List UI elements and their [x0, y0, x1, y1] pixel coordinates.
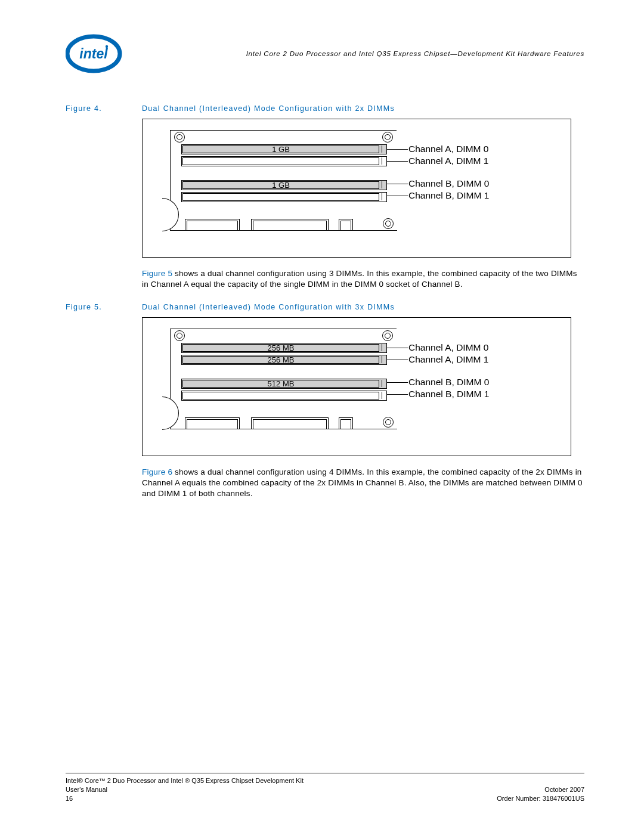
- connector: [339, 219, 353, 231]
- slot-label-b0: Channel B, DIMM 0: [408, 178, 489, 190]
- dimm-slot-a0: 1 GB: [181, 144, 387, 154]
- board-cutout: [162, 397, 179, 430]
- connector: [185, 219, 240, 231]
- dimm-slot-b0: 512 MB: [181, 379, 387, 389]
- slot-label-a1: Channel A, DIMM 1: [408, 155, 488, 167]
- dimm-slot-a1: [181, 156, 387, 166]
- leader-line: [386, 348, 408, 348]
- footer-left-1: User's Manual: [66, 785, 107, 794]
- figure4-diagram: 1 GB 1 GB: [142, 119, 584, 258]
- page-footer: Intel® Core™ 2 Duo Processor and Intel ®…: [66, 773, 584, 803]
- screw-icon: [382, 132, 393, 143]
- screw-icon: [174, 330, 185, 341]
- figure5-label: Figure 5.: [66, 303, 142, 311]
- intel-logo: intel: [66, 33, 122, 75]
- dimm-slot-b1: [181, 192, 387, 202]
- figure5-diagram: 256 MB 256 MB 512 MB: [142, 317, 584, 456]
- leader-line: [386, 149, 408, 150]
- figure4-caption: Figure 4. Dual Channel (Interleaved) Mod…: [66, 104, 584, 113]
- page-header: intel Intel Core 2 Duo Processor and Int…: [66, 33, 584, 75]
- screw-icon: [174, 132, 185, 143]
- leader-line: [386, 394, 408, 395]
- connector: [251, 417, 329, 429]
- slot-label-b0: Channel B, DIMM 0: [408, 376, 489, 388]
- svg-point-2: [106, 45, 108, 48]
- dimm-slot-a0: 256 MB: [181, 343, 387, 353]
- dimm-slot-a1: 256 MB: [181, 355, 387, 365]
- page-number: 16: [66, 794, 73, 803]
- leader-line: [386, 196, 408, 196]
- connector: [251, 219, 329, 231]
- screw-icon: [383, 218, 394, 229]
- figure-reference: Figure 5: [142, 269, 172, 278]
- leader-line: [386, 360, 408, 360]
- connector: [185, 417, 240, 429]
- figure5-caption: Figure 5. Dual Channel (Interleaved) Mod…: [66, 303, 584, 311]
- slot-label-a0: Channel A, DIMM 0: [408, 143, 488, 155]
- body-paragraph-2: Figure 6 shows a dual channel configurat…: [142, 467, 583, 499]
- leader-line: [386, 382, 408, 383]
- slot-label-a0: Channel A, DIMM 0: [408, 342, 488, 354]
- figure4-title: Dual Channel (Interleaved) Mode Configur…: [142, 104, 395, 113]
- figure4-label: Figure 4.: [66, 104, 142, 113]
- dimm-slot-b1: [181, 391, 387, 401]
- dimm-slot-b0: 1 GB: [181, 180, 387, 190]
- running-header: Intel Core 2 Duo Processor and Intel Q35…: [122, 50, 584, 57]
- screw-icon: [383, 417, 394, 428]
- slot-label-b1: Channel B, DIMM 1: [408, 190, 489, 202]
- leader-line: [386, 184, 408, 184]
- slot-label-a1: Channel A, DIMM 1: [408, 354, 488, 366]
- board-cutout: [162, 198, 179, 231]
- screw-icon: [382, 330, 393, 341]
- footer-right-1: October 2007: [544, 785, 584, 794]
- slot-label-b1: Channel B, DIMM 1: [408, 388, 489, 400]
- body-paragraph-1: Figure 5 shows a dual channel configurat…: [142, 268, 583, 290]
- connector: [339, 417, 353, 429]
- figure-reference: Figure 6: [142, 467, 172, 476]
- figure5-title: Dual Channel (Interleaved) Mode Configur…: [142, 303, 395, 311]
- svg-text:intel: intel: [79, 46, 108, 61]
- leader-line: [386, 161, 408, 162]
- order-number: Order Number: 318476001US: [497, 794, 584, 803]
- footer-product: Intel® Core™ 2 Duo Processor and Intel ®…: [66, 777, 584, 784]
